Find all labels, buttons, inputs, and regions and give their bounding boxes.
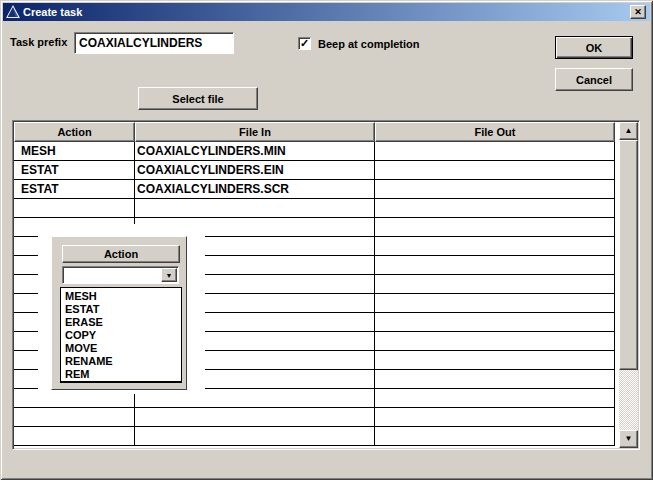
action-combobox[interactable]: ▼ <box>62 266 179 284</box>
cell-file-out[interactable] <box>375 275 615 293</box>
column-header-file-out[interactable]: File Out <box>375 122 615 142</box>
scroll-down-button[interactable]: ▼ <box>619 430 638 448</box>
create-task-dialog: Create task ✕ Task prefix ✓ Beep at comp… <box>0 0 653 480</box>
cell-file-in[interactable] <box>135 408 375 426</box>
action-option[interactable]: ERASE <box>61 316 181 329</box>
table-row <box>14 427 615 446</box>
cell-file-out[interactable] <box>375 294 615 312</box>
arrow-up-icon: ▲ <box>625 127 633 135</box>
column-header-file-in[interactable]: File In <box>135 122 375 142</box>
cell-action[interactable] <box>14 427 135 445</box>
cell-file-out[interactable] <box>375 351 615 369</box>
cell-file-out[interactable] <box>375 161 615 179</box>
close-icon: ✕ <box>634 8 642 17</box>
action-option[interactable]: MESH <box>61 290 181 303</box>
cell-file-out[interactable] <box>375 256 615 274</box>
arrow-down-icon: ▼ <box>625 435 633 443</box>
cell-action[interactable]: ESTAT <box>14 161 135 179</box>
cell-action[interactable] <box>14 199 135 217</box>
beep-checkbox[interactable]: ✓ <box>298 37 311 50</box>
cell-file-in[interactable]: COAXIALCYLINDERS.SCR <box>135 180 375 198</box>
combo-dropdown-button[interactable]: ▼ <box>161 268 177 282</box>
action-option[interactable]: MOVE <box>61 342 181 355</box>
close-button[interactable]: ✕ <box>630 5 646 19</box>
table-row: ESTATCOAXIALCYLINDERS.SCR <box>14 180 615 199</box>
cell-file-out[interactable] <box>375 142 615 160</box>
action-editor-popup: Action ▼ MESHESTATERASECOPYMOVERENAMEREM <box>51 236 187 390</box>
cell-file-in[interactable] <box>135 199 375 217</box>
task-prefix-label: Task prefix <box>10 36 67 48</box>
cell-file-out[interactable] <box>375 408 615 426</box>
cell-file-out[interactable] <box>375 370 615 388</box>
cell-file-out[interactable] <box>375 199 615 217</box>
vertical-scrollbar[interactable]: ▲ ▼ <box>619 122 638 448</box>
action-option[interactable]: RENAME <box>61 355 181 368</box>
cancel-button[interactable]: Cancel <box>555 68 633 91</box>
table-row <box>14 199 615 218</box>
ok-button[interactable]: OK <box>555 36 633 59</box>
beep-label: Beep at completion <box>318 38 419 50</box>
cell-action[interactable]: ESTAT <box>14 180 135 198</box>
cell-file-out[interactable] <box>375 332 615 350</box>
cell-action[interactable]: MESH <box>14 142 135 160</box>
checkmark-icon: ✓ <box>300 38 309 49</box>
scrollbar-thumb[interactable] <box>619 140 638 370</box>
table-row <box>14 408 615 427</box>
cell-file-out[interactable] <box>375 237 615 255</box>
table-header: Action File In File Out <box>14 122 615 142</box>
column-header-action[interactable]: Action <box>14 122 135 142</box>
cell-action[interactable] <box>14 408 135 426</box>
table-row: MESHCOAXIALCYLINDERS.MIN <box>14 142 615 161</box>
cell-file-out[interactable] <box>375 218 615 236</box>
cell-file-out[interactable] <box>375 313 615 331</box>
popup-column-header[interactable]: Action <box>62 245 180 263</box>
action-option[interactable]: ESTAT <box>61 303 181 316</box>
cell-file-in[interactable]: COAXIALCYLINDERS.MIN <box>135 142 375 160</box>
task-prefix-input[interactable] <box>74 32 234 54</box>
action-option[interactable]: REM <box>61 368 181 381</box>
select-file-button[interactable]: Select file <box>138 87 258 110</box>
cell-file-in[interactable]: COAXIALCYLINDERS.EIN <box>135 161 375 179</box>
table-row: ESTATCOAXIALCYLINDERS.EIN <box>14 161 615 180</box>
scroll-up-button[interactable]: ▲ <box>619 122 638 140</box>
cell-file-out[interactable] <box>375 180 615 198</box>
cell-file-in[interactable] <box>135 427 375 445</box>
action-dropdown-list: MESHESTATERASECOPYMOVERENAMEREM <box>60 287 182 383</box>
action-option[interactable]: COPY <box>61 329 181 342</box>
chevron-down-icon: ▼ <box>166 272 173 279</box>
window-title: Create task <box>23 6 82 18</box>
app-logo-icon <box>6 5 20 19</box>
cell-file-out[interactable] <box>375 427 615 445</box>
titlebar[interactable]: Create task ✕ <box>3 3 650 21</box>
cell-file-out[interactable] <box>375 389 615 407</box>
